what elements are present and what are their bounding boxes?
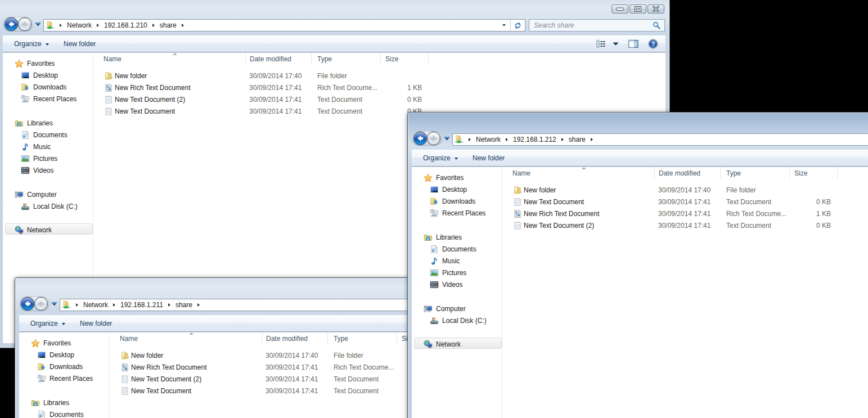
breadcrumb-segment[interactable]: Network bbox=[83, 301, 108, 309]
column-header-date-modified[interactable]: Date modified bbox=[246, 53, 312, 65]
sidebar-group-label: Libraries bbox=[43, 399, 69, 407]
organize-button[interactable]: Organize bbox=[30, 315, 65, 331]
sidebar-group-favorites[interactable]: Favorites bbox=[15, 57, 55, 69]
documents-icon bbox=[430, 245, 439, 254]
maximize-button[interactable] bbox=[629, 5, 646, 14]
column-header-name[interactable]: Name bbox=[109, 332, 262, 345]
sidebar-group-computer[interactable]: Computer bbox=[15, 188, 57, 200]
file-row[interactable]: New Text Document (2)30/09/2014 17:41Tex… bbox=[3, 93, 665, 105]
sidebar-group-favorites[interactable]: Favorites bbox=[31, 337, 71, 349]
file-row[interactable]: New folder30/09/2014 17:40File folder bbox=[412, 184, 868, 196]
file-row[interactable]: New Text Document30/09/2014 17:41Text Do… bbox=[412, 196, 868, 208]
breadcrumb-segment[interactable]: 192.168.1.210 bbox=[104, 21, 147, 29]
sidebar-group-libraries[interactable]: Libraries bbox=[31, 397, 69, 408]
file-row[interactable]: New Rich Text Document30/09/2014 17:41Ri… bbox=[3, 82, 665, 93]
column-header-date-modified[interactable]: Date modified bbox=[262, 332, 328, 345]
column-header-size[interactable]: Size bbox=[790, 167, 838, 179]
file-type: File folder bbox=[317, 72, 347, 80]
column-header-name[interactable]: Name bbox=[93, 53, 246, 65]
organize-label: Organize bbox=[14, 40, 42, 48]
file-row[interactable]: New Rich Text Document30/09/2014 17:41Ri… bbox=[412, 208, 868, 219]
sidebar-group-label: Network bbox=[436, 340, 461, 348]
breadcrumb-segment[interactable]: Network bbox=[67, 21, 92, 29]
refresh-icon bbox=[514, 21, 522, 30]
sidebar-item-documents[interactable]: Documents bbox=[430, 243, 476, 255]
views-button[interactable] bbox=[596, 39, 606, 48]
breadcrumb-separator-icon bbox=[76, 303, 78, 307]
sidebar-item-label: Videos bbox=[33, 167, 53, 174]
column-header-name[interactable]: Name bbox=[502, 167, 655, 179]
sidebar-item-local-disk-c-[interactable]: Local Disk (C:) bbox=[430, 314, 487, 326]
richtext-icon bbox=[104, 83, 113, 92]
breadcrumb-segment[interactable]: share bbox=[160, 21, 177, 29]
back-button[interactable] bbox=[5, 17, 18, 31]
file-row[interactable]: New folder30/09/2014 17:40File folder bbox=[3, 70, 665, 82]
column-header-size[interactable]: Size bbox=[381, 53, 429, 65]
sidebar-item-local-disk-c-[interactable]: Local Disk (C:) bbox=[21, 200, 78, 212]
address-bar[interactable]: Network192.168.1.212share bbox=[452, 133, 868, 146]
organize-button[interactable]: Organize bbox=[423, 150, 458, 166]
breadcrumb-separator-icon bbox=[60, 24, 62, 27]
sidebar-group-libraries[interactable]: Libraries bbox=[424, 231, 462, 243]
textdoc-icon bbox=[104, 107, 113, 116]
file-name: New folder bbox=[524, 186, 556, 194]
back-button[interactable] bbox=[413, 132, 427, 145]
sidebar-item-pictures[interactable]: Pictures bbox=[430, 267, 466, 279]
file-row[interactable]: New Text Document (2)30/09/2014 17:41Tex… bbox=[412, 220, 868, 232]
column-header-label: Size bbox=[385, 55, 398, 63]
search-input[interactable]: Search share bbox=[529, 19, 665, 32]
nav-chevron-icon bbox=[35, 23, 41, 26]
file-date-modified: 30/09/2014 17:41 bbox=[266, 363, 318, 371]
nav-chevron-icon bbox=[51, 302, 57, 306]
sidebar-item-videos[interactable]: Videos bbox=[21, 165, 53, 177]
organize-button[interactable]: Organize bbox=[14, 35, 49, 52]
file-size: 1 KB bbox=[381, 84, 422, 92]
sidebar-item-music[interactable]: Music bbox=[21, 141, 51, 152]
back-button[interactable] bbox=[21, 297, 34, 311]
refresh-button[interactable] bbox=[511, 20, 525, 31]
address-bar[interactable]: Network192.168.1.210share bbox=[43, 19, 525, 32]
address-dropdown-icon[interactable] bbox=[502, 24, 506, 26]
sidebar-item-pictures[interactable]: Pictures bbox=[21, 153, 57, 165]
breadcrumb-segment[interactable]: Network bbox=[476, 136, 501, 143]
breadcrumb-separator-icon bbox=[113, 303, 115, 307]
breadcrumb-separator-icon bbox=[506, 138, 508, 141]
sidebar-group-network[interactable]: Network bbox=[15, 224, 52, 236]
sidebar-item-label: Documents bbox=[50, 411, 84, 418]
column-header-type[interactable]: Type bbox=[328, 332, 397, 345]
column-header-type[interactable]: Type bbox=[312, 53, 381, 65]
preview-pane-button[interactable] bbox=[628, 39, 638, 48]
recent-pages-dropdown[interactable] bbox=[35, 23, 41, 26]
breadcrumb-segment[interactable]: share bbox=[176, 301, 192, 309]
sidebar-item-documents[interactable]: Documents bbox=[21, 129, 68, 141]
file-date-modified: 30/09/2014 17:41 bbox=[266, 387, 318, 395]
forward-button[interactable] bbox=[18, 17, 32, 31]
new-folder-button[interactable]: New folder bbox=[80, 315, 112, 331]
forward-button[interactable] bbox=[34, 297, 48, 311]
recent-pages-dropdown[interactable] bbox=[444, 137, 450, 141]
column-header-label: Name bbox=[512, 169, 530, 177]
minimize-button[interactable] bbox=[611, 5, 628, 14]
sidebar-group-network[interactable]: Network bbox=[424, 339, 461, 350]
breadcrumb-segment[interactable]: 192.168.1.212 bbox=[513, 136, 556, 143]
new-folder-button[interactable]: New folder bbox=[473, 150, 505, 166]
views-dropdown-button[interactable] bbox=[613, 42, 619, 46]
libraries-icon bbox=[424, 233, 433, 242]
sidebar-item-documents[interactable]: Documents bbox=[37, 408, 84, 418]
column-header-label: Type bbox=[317, 55, 332, 63]
column-header-date-modified[interactable]: Date modified bbox=[655, 167, 721, 179]
favorites-star-icon bbox=[424, 173, 433, 182]
column-header-type[interactable]: Type bbox=[721, 167, 790, 179]
help-button[interactable]: ? bbox=[648, 39, 658, 49]
new-folder-button[interactable]: New folder bbox=[64, 35, 96, 52]
sidebar-item-music[interactable]: Music bbox=[430, 255, 460, 267]
sidebar-group-favorites[interactable]: Favorites bbox=[424, 172, 464, 183]
sidebar-group-computer[interactable]: Computer bbox=[424, 303, 466, 314]
close-button[interactable] bbox=[647, 5, 664, 14]
breadcrumb-segment[interactable]: share bbox=[569, 136, 586, 143]
recent-pages-dropdown[interactable] bbox=[51, 302, 57, 306]
sidebar-group-libraries[interactable]: Libraries bbox=[15, 117, 53, 129]
forward-button[interactable] bbox=[427, 132, 440, 145]
sidebar-item-videos[interactable]: Videos bbox=[430, 279, 462, 291]
breadcrumb-segment[interactable]: 192.168.1.211 bbox=[120, 301, 163, 309]
